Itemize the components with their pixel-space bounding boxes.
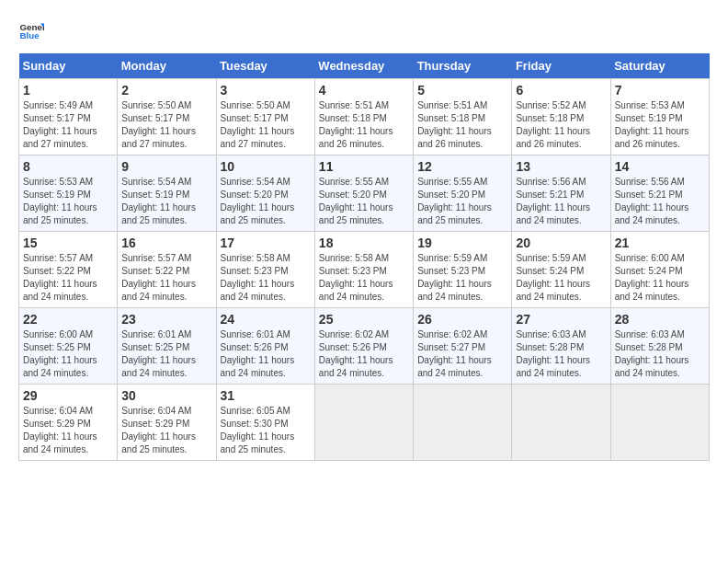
day-info: Sunrise: 5:51 AMSunset: 5:18 PMDaylight:… (417, 99, 507, 151)
day-number: 10 (221, 159, 311, 174)
calendar-cell: 6Sunrise: 5:52 AMSunset: 5:18 PMDaylight… (512, 79, 610, 155)
day-number: 1 (23, 83, 113, 98)
calendar-cell: 27Sunrise: 6:03 AMSunset: 5:28 PMDayligh… (512, 308, 610, 385)
calendar-cell: 8Sunrise: 5:53 AMSunset: 5:19 PMDaylight… (19, 155, 118, 232)
calendar-cell: 17Sunrise: 5:58 AMSunset: 5:23 PMDayligh… (216, 232, 314, 308)
calendar-cell: 29Sunrise: 6:04 AMSunset: 5:29 PMDayligh… (19, 385, 118, 461)
day-info: Sunrise: 5:59 AMSunset: 5:23 PMDaylight:… (417, 252, 507, 304)
day-number: 31 (221, 388, 311, 403)
day-number: 4 (319, 83, 409, 98)
day-number: 2 (121, 83, 211, 98)
day-info: Sunrise: 6:05 AMSunset: 5:30 PMDaylight:… (221, 405, 311, 456)
calendar-cell: 19Sunrise: 5:59 AMSunset: 5:23 PMDayligh… (414, 232, 512, 308)
day-number: 11 (319, 159, 409, 174)
day-info: Sunrise: 5:50 AMSunset: 5:17 PMDaylight:… (121, 99, 211, 151)
day-info: Sunrise: 5:49 AMSunset: 5:17 PMDaylight:… (23, 99, 113, 151)
column-header-sunday: Sunday (19, 53, 118, 79)
day-info: Sunrise: 5:58 AMSunset: 5:23 PMDaylight:… (319, 252, 409, 304)
day-info: Sunrise: 5:53 AMSunset: 5:19 PMDaylight:… (23, 176, 113, 227)
header: General Blue (18, 18, 710, 44)
calendar-cell: 4Sunrise: 5:51 AMSunset: 5:18 PMDaylight… (314, 79, 413, 155)
logo: General Blue (18, 18, 44, 44)
day-info: Sunrise: 5:55 AMSunset: 5:20 PMDaylight:… (417, 176, 507, 227)
day-number: 25 (319, 312, 409, 327)
calendar-cell: 9Sunrise: 5:54 AMSunset: 5:19 PMDaylight… (118, 155, 216, 232)
day-info: Sunrise: 5:57 AMSunset: 5:22 PMDaylight:… (121, 252, 211, 304)
calendar-table: SundayMondayTuesdayWednesdayThursdayFrid… (18, 53, 710, 461)
week-row-2: 8Sunrise: 5:53 AMSunset: 5:19 PMDaylight… (19, 155, 710, 232)
calendar-cell: 25Sunrise: 6:02 AMSunset: 5:26 PMDayligh… (314, 308, 413, 385)
calendar-cell: 23Sunrise: 6:01 AMSunset: 5:25 PMDayligh… (118, 308, 216, 385)
day-info: Sunrise: 5:54 AMSunset: 5:19 PMDaylight:… (121, 176, 211, 227)
calendar-cell: 2Sunrise: 5:50 AMSunset: 5:17 PMDaylight… (118, 79, 216, 155)
day-info: Sunrise: 6:04 AMSunset: 5:29 PMDaylight:… (121, 405, 211, 456)
svg-text:Blue: Blue (19, 30, 40, 40)
calendar-cell: 12Sunrise: 5:55 AMSunset: 5:20 PMDayligh… (414, 155, 512, 232)
column-header-tuesday: Tuesday (216, 53, 314, 79)
calendar-cell: 21Sunrise: 6:00 AMSunset: 5:24 PMDayligh… (610, 232, 709, 308)
calendar-cell: 28Sunrise: 6:03 AMSunset: 5:28 PMDayligh… (610, 308, 709, 385)
day-number: 24 (221, 312, 311, 327)
day-number: 29 (23, 388, 113, 403)
day-number: 23 (121, 312, 211, 327)
calendar-cell: 24Sunrise: 6:01 AMSunset: 5:26 PMDayligh… (216, 308, 314, 385)
column-header-monday: Monday (118, 53, 216, 79)
day-number: 12 (417, 159, 507, 174)
day-number: 28 (615, 312, 705, 327)
calendar-cell: 7Sunrise: 5:53 AMSunset: 5:19 PMDaylight… (610, 79, 709, 155)
day-info: Sunrise: 5:54 AMSunset: 5:20 PMDaylight:… (221, 176, 311, 227)
calendar-cell: 5Sunrise: 5:51 AMSunset: 5:18 PMDaylight… (414, 79, 512, 155)
day-number: 26 (417, 312, 507, 327)
day-number: 17 (221, 236, 311, 250)
week-row-1: 1Sunrise: 5:49 AMSunset: 5:17 PMDaylight… (19, 79, 710, 155)
calendar-cell: 13Sunrise: 5:56 AMSunset: 5:21 PMDayligh… (512, 155, 610, 232)
column-header-thursday: Thursday (414, 53, 512, 79)
calendar-cell: 20Sunrise: 5:59 AMSunset: 5:24 PMDayligh… (512, 232, 610, 308)
calendar-cell: 1Sunrise: 5:49 AMSunset: 5:17 PMDaylight… (19, 79, 118, 155)
day-number: 20 (516, 236, 606, 250)
calendar-cell: 18Sunrise: 5:58 AMSunset: 5:23 PMDayligh… (314, 232, 413, 308)
day-info: Sunrise: 6:03 AMSunset: 5:28 PMDaylight:… (516, 328, 606, 380)
day-number: 27 (516, 312, 606, 327)
calendar-cell: 26Sunrise: 6:02 AMSunset: 5:27 PMDayligh… (414, 308, 512, 385)
column-header-wednesday: Wednesday (314, 53, 413, 79)
day-info: Sunrise: 6:00 AMSunset: 5:24 PMDaylight:… (615, 252, 705, 304)
day-info: Sunrise: 5:59 AMSunset: 5:24 PMDaylight:… (516, 252, 606, 304)
day-info: Sunrise: 5:53 AMSunset: 5:19 PMDaylight:… (615, 99, 705, 151)
day-number: 21 (615, 236, 705, 250)
day-number: 13 (516, 159, 606, 174)
week-row-4: 22Sunrise: 6:00 AMSunset: 5:25 PMDayligh… (19, 308, 710, 385)
calendar-cell: 22Sunrise: 6:00 AMSunset: 5:25 PMDayligh… (19, 308, 118, 385)
week-row-3: 15Sunrise: 5:57 AMSunset: 5:22 PMDayligh… (19, 232, 710, 308)
calendar-cell: 15Sunrise: 5:57 AMSunset: 5:22 PMDayligh… (19, 232, 118, 308)
calendar-cell (414, 385, 512, 461)
day-number: 22 (23, 312, 113, 327)
day-info: Sunrise: 6:01 AMSunset: 5:26 PMDaylight:… (221, 328, 311, 380)
day-info: Sunrise: 5:56 AMSunset: 5:21 PMDaylight:… (516, 176, 606, 227)
day-number: 9 (121, 159, 211, 174)
day-number: 14 (615, 159, 705, 174)
day-number: 6 (516, 83, 606, 98)
day-info: Sunrise: 6:03 AMSunset: 5:28 PMDaylight:… (615, 328, 705, 380)
calendar-cell (512, 385, 610, 461)
calendar-cell: 11Sunrise: 5:55 AMSunset: 5:20 PMDayligh… (314, 155, 413, 232)
calendar-cell (314, 385, 413, 461)
day-info: Sunrise: 6:04 AMSunset: 5:29 PMDaylight:… (23, 405, 113, 456)
day-info: Sunrise: 5:56 AMSunset: 5:21 PMDaylight:… (615, 176, 705, 227)
day-info: Sunrise: 5:58 AMSunset: 5:23 PMDaylight:… (221, 252, 311, 304)
day-info: Sunrise: 5:57 AMSunset: 5:22 PMDaylight:… (23, 252, 113, 304)
calendar-cell: 16Sunrise: 5:57 AMSunset: 5:22 PMDayligh… (118, 232, 216, 308)
day-number: 30 (121, 388, 211, 403)
calendar-cell (610, 385, 709, 461)
day-info: Sunrise: 6:02 AMSunset: 5:27 PMDaylight:… (417, 328, 507, 380)
day-number: 7 (615, 83, 705, 98)
day-number: 19 (417, 236, 507, 250)
day-info: Sunrise: 5:55 AMSunset: 5:20 PMDaylight:… (319, 176, 409, 227)
day-number: 8 (23, 159, 113, 174)
day-number: 15 (23, 236, 113, 250)
day-info: Sunrise: 6:02 AMSunset: 5:26 PMDaylight:… (319, 328, 409, 380)
calendar-cell: 30Sunrise: 6:04 AMSunset: 5:29 PMDayligh… (118, 385, 216, 461)
day-info: Sunrise: 6:00 AMSunset: 5:25 PMDaylight:… (23, 328, 113, 380)
day-number: 5 (417, 83, 507, 98)
calendar-cell: 14Sunrise: 5:56 AMSunset: 5:21 PMDayligh… (610, 155, 709, 232)
